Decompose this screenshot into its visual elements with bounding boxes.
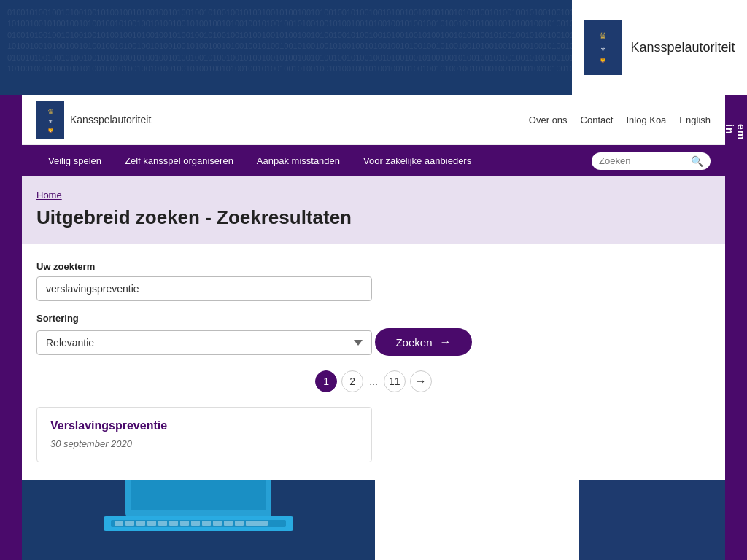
nav-search-input[interactable] [599, 155, 686, 166]
page-title: Uitgebreid zoeken - Zoekresultaten [36, 206, 711, 229]
svg-text:⚜: ⚜ [600, 46, 605, 52]
browser-window: ♛ ⚜ 🦁 Kansspelautoriteit Over ons Contac… [22, 95, 725, 480]
breadcrumb[interactable]: Home [36, 190, 62, 201]
contact-link[interactable]: Contact [581, 114, 614, 125]
side-panel-right: eminspe [725, 95, 747, 480]
nav-links: Veilig spelen Zelf kansspel organiseren … [36, 145, 483, 176]
search-input[interactable] [36, 276, 372, 301]
nav-misstanden[interactable]: Aanpak misstanden [245, 145, 352, 176]
top-bar: ♛ ⚜ 🦁 Kansspelautoriteit Over ons Contac… [22, 95, 725, 145]
nav-bar: Veilig spelen Zelf kansspel organiseren … [22, 145, 725, 176]
page-dots: ... [368, 376, 379, 387]
zoeken-label: Zoeken [395, 336, 432, 349]
result-date: 30 september 2020 [50, 438, 132, 449]
corner-logo: ♛ ⚜ 🦁 Kansspelautoriteit [572, 0, 747, 95]
zoeken-button[interactable]: Zoeken → [375, 328, 471, 356]
over-ons-link[interactable]: Over ons [529, 114, 568, 125]
svg-text:⚜: ⚜ [48, 119, 53, 124]
page-1[interactable]: 1 [315, 370, 337, 392]
nav-search-box[interactable]: 🔍 [592, 152, 711, 170]
search-icon: 🔍 [691, 155, 703, 167]
logo-name: Kansspelautoriteit [70, 114, 151, 125]
page-next[interactable]: → [410, 370, 432, 392]
svg-text:🦁: 🦁 [47, 127, 54, 133]
svg-text:♛: ♛ [47, 108, 54, 116]
pagination: 1 2 ... 11 → [36, 370, 711, 392]
sort-select[interactable]: Relevantie Datum [36, 330, 372, 355]
main-content: Uw zoekterm Sortering Relevantie Datum Z… [22, 244, 725, 480]
english-link[interactable]: English [679, 114, 711, 125]
page-11[interactable]: 11 [384, 370, 406, 392]
result-title[interactable]: Verslavingspreventie [50, 419, 358, 432]
top-bar-logo: ♛ ⚜ 🦁 Kansspelautoriteit [36, 101, 151, 139]
nav-kansspel[interactable]: Zelf kansspel organiseren [113, 145, 245, 176]
svg-text:🦁: 🦁 [600, 57, 606, 63]
side-panel-text: eminspe [725, 124, 747, 144]
nav-veilig-spelen[interactable]: Veilig spelen [36, 145, 113, 176]
svg-text:♛: ♛ [599, 31, 607, 41]
nav-zakelijke[interactable]: Voor zakelijke aanbieders [352, 145, 483, 176]
corner-emblem: ♛ ⚜ 🦁 [584, 20, 622, 75]
arrow-icon: → [440, 335, 452, 349]
sort-label: Sortering [36, 313, 711, 324]
inlog-koa-link[interactable]: Inlog Koa [626, 114, 666, 125]
top-nav: Over ons Contact Inlog Koa English [529, 114, 711, 125]
page-2[interactable]: 2 [341, 370, 363, 392]
result-card: Verslavingspreventie 30 september 2020 [36, 407, 372, 462]
search-label: Uw zoekterm [36, 261, 711, 272]
side-panel-left [0, 95, 22, 480]
page-header: Home Uitgebreid zoeken - Zoekresultaten [22, 176, 725, 244]
corner-logo-name: Kansspelautoriteit [630, 40, 735, 55]
logo-emblem: ♛ ⚜ 🦁 [36, 101, 64, 139]
